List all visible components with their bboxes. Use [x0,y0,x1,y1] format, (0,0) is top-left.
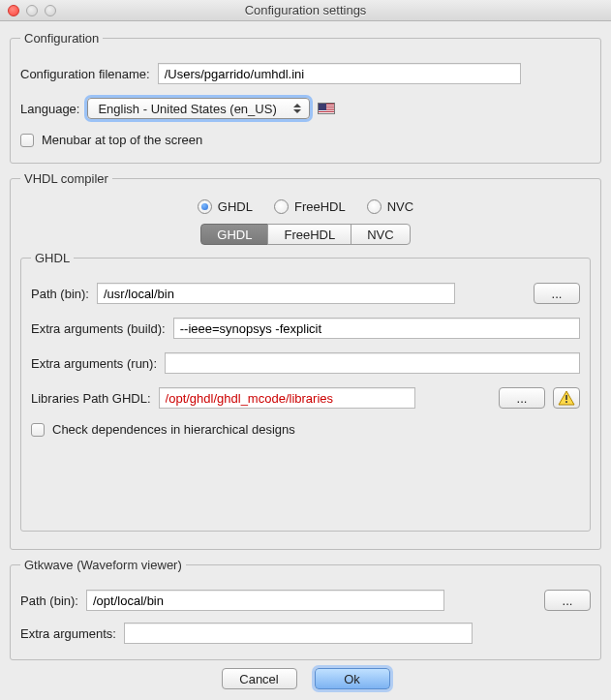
flag-us-icon [318,103,335,114]
ghdl-libs-input[interactable] [159,387,415,409]
svg-rect-1 [565,395,567,400]
configuration-group: Configuration Configuration filename: La… [10,31,601,164]
radio-nvc-label: NVC [387,199,413,214]
warning-icon [558,390,575,406]
ghdl-libs-warning-button[interactable] [553,387,580,409]
gtkwave-group: Gtkwave (Waveform viewer) Path (bin): ..… [10,558,601,660]
svg-rect-2 [565,401,567,403]
gtkwave-legend: Gtkwave (Waveform viewer) [20,558,186,572]
radio-nvc[interactable] [367,199,382,214]
config-filename-input[interactable] [158,63,521,84]
ghdl-args-build-label: Extra arguments (build): [31,321,166,336]
language-select[interactable]: English - United States (en_US) [87,98,310,119]
compiler-radio-group: GHDL FreeHDL NVC [20,199,591,214]
radio-freehdl-label: FreeHDL [294,199,346,214]
language-value: English - United States (en_US) [98,102,284,116]
vhdl-compiler-group: VHDL compiler GHDL FreeHDL NVC GHDL Free… [10,171,601,550]
ghdl-args-run-input[interactable] [165,352,580,374]
tab-freehdl[interactable]: FreeHDL [267,224,351,245]
config-filename-label: Configuration filename: [20,67,150,81]
compiler-tabs: GHDL FreeHDL NVC [20,224,591,245]
ghdl-path-input[interactable] [97,283,455,304]
menubar-label: Menubar at top of the screen [42,133,202,147]
stepper-icon [291,101,303,116]
window-titlebar: Configuration settings [0,0,611,21]
ghdl-args-run-label: Extra arguments (run): [31,356,157,371]
gtkwave-path-label: Path (bin): [20,593,78,608]
window-title: Configuration settings [0,3,611,17]
dialog-buttons: Cancel Ok [10,668,601,689]
ok-button[interactable]: Ok [315,668,390,689]
tab-nvc[interactable]: NVC [351,224,410,245]
ghdl-group: GHDL Path (bin): ... Extra arguments (bu… [20,251,591,532]
ghdl-path-browse-button[interactable]: ... [534,283,580,304]
configuration-legend: Configuration [20,31,103,46]
gtkwave-args-input[interactable] [124,623,473,644]
radio-ghdl[interactable] [198,199,212,214]
vhdl-compiler-legend: VHDL compiler [20,171,112,186]
radio-ghdl-label: GHDL [218,199,253,214]
ghdl-args-build-input[interactable] [173,318,580,339]
cancel-button[interactable]: Cancel [222,668,297,689]
gtkwave-args-label: Extra arguments: [20,626,116,641]
language-label: Language: [20,102,79,116]
radio-freehdl[interactable] [274,199,289,214]
check-deps-checkbox[interactable] [31,423,45,437]
menubar-checkbox[interactable] [20,134,34,147]
ghdl-path-label: Path (bin): [31,287,89,301]
gtkwave-path-browse-button[interactable]: ... [544,590,591,611]
gtkwave-path-input[interactable] [86,590,444,611]
check-deps-label: Check dependences in hierarchical design… [52,422,295,437]
ghdl-libs-label: Libraries Path GHDL: [31,391,151,406]
ghdl-libs-browse-button[interactable]: ... [499,387,545,409]
tab-ghdl[interactable]: GHDL [200,224,268,245]
ghdl-legend: GHDL [31,251,74,265]
